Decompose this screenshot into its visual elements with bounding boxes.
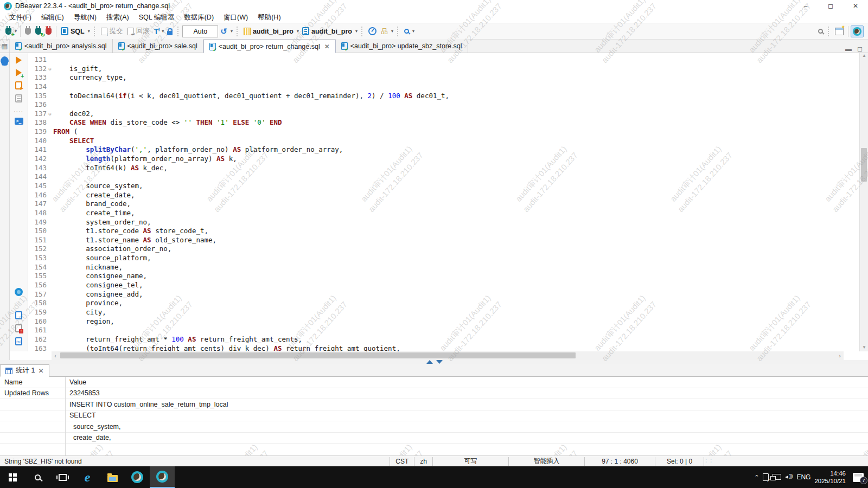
panel-maximize-icon[interactable]: ◻ — [857, 45, 863, 53]
execute-script-button[interactable] — [15, 81, 22, 89]
stats-row-2[interactable]: SELECT — [0, 410, 868, 422]
status-segment-3[interactable]: 智能插入 — [508, 457, 584, 466]
taskbar-search-button[interactable] — [25, 466, 50, 488]
settings-gear-icon[interactable] — [15, 288, 23, 296]
commit-button[interactable]: 提交 — [99, 25, 125, 38]
new-connection-button[interactable] — [3, 25, 14, 38]
stats-col-header-1[interactable]: Value — [65, 378, 868, 386]
quick-search-button[interactable] — [816, 25, 825, 38]
notification-center-icon[interactable]: 7 — [853, 473, 864, 482]
scroll-down-arrow[interactable]: ▼ — [860, 345, 868, 351]
code-line-145[interactable]: 145 source_system, — [28, 182, 859, 191]
menu-item-2[interactable]: 导航(N) — [69, 12, 101, 23]
code-line-144[interactable]: 144 — [28, 172, 859, 182]
connect-button[interactable] — [23, 25, 33, 38]
code-line-143[interactable]: 143 toInt64(k) AS k_dec, — [28, 164, 859, 173]
stats-col-header-0[interactable]: Name — [0, 378, 65, 386]
language-indicator[interactable]: ENG — [796, 473, 810, 481]
dbeaver-taskbar-button[interactable] — [125, 466, 150, 488]
maximize-button[interactable]: ◻ — [818, 0, 843, 12]
panel-splitter[interactable] — [0, 360, 868, 364]
menu-item-4[interactable]: SQL 编辑器 — [134, 12, 180, 23]
lock-button[interactable] — [165, 25, 175, 38]
status-segment-0[interactable]: CST — [390, 457, 414, 466]
code-line-139[interactable]: 139FROM ( — [28, 127, 859, 137]
code-line-160[interactable]: 160 region, — [28, 317, 859, 326]
code-line-134[interactable]: 134 — [28, 82, 859, 92]
code-line-155[interactable]: 155 consignee_name, — [28, 272, 859, 281]
code-line-132[interactable]: 132⊖ is_gift, — [28, 65, 859, 74]
code-line-159[interactable]: 159 city, — [28, 308, 859, 317]
start-button[interactable] — [0, 466, 25, 488]
code-line-162[interactable]: 162 return_freight_amt * 100 AS return_f… — [28, 335, 859, 344]
menu-item-6[interactable]: 窗口(W) — [219, 12, 253, 23]
menu-item-0[interactable]: 文件(F) — [4, 12, 36, 23]
code-line-136[interactable]: 136 — [28, 100, 859, 110]
menu-item-7[interactable]: 帮助(H) — [253, 12, 285, 23]
stats-row-1[interactable]: INSERT INTO custom_online_sale_return_tm… — [0, 399, 868, 410]
tab-close-icon[interactable]: ✕ — [323, 43, 330, 50]
code-line-150[interactable]: 150 t1.store_code AS store_code_t, — [28, 227, 859, 236]
status-segment-2[interactable]: 可写 — [432, 457, 508, 466]
editor-tab-1[interactable]: <audit_bi_pro> sale.sql — [113, 39, 203, 53]
code-line-131[interactable]: 131 — [28, 55, 859, 65]
stats-row-0[interactable]: Updated Rows23245853 — [0, 388, 868, 400]
schema-selector-dropdown[interactable]: ▾ — [354, 29, 359, 34]
er-diagram-button[interactable]: 品 — [379, 25, 390, 38]
scroll-right-arrow[interactable]: › — [836, 352, 844, 359]
scroll-up-arrow[interactable]: ▲ — [860, 53, 868, 60]
code-line-156[interactable]: 156 consignee_tel, — [28, 281, 859, 290]
editor-tab-0[interactable]: <audit_bi_pro> analysis.sql — [10, 39, 113, 53]
code-line-140[interactable]: 140 SELECT — [28, 137, 859, 146]
code-line-147[interactable]: 147 brand_code, — [28, 200, 859, 209]
dashboard-button[interactable] — [366, 25, 379, 38]
fold-collapse-icon[interactable]: ⊖ — [47, 110, 53, 119]
splitter-down-icon[interactable] — [436, 360, 443, 364]
stats-row-3[interactable]: source_system, — [0, 421, 868, 433]
menu-item-5[interactable]: 数据库(D) — [179, 12, 219, 23]
code-line-154[interactable]: 154 nickname, — [28, 263, 859, 272]
code-line-157[interactable]: 157 consignee_add, — [28, 290, 859, 299]
code-line-138[interactable]: 138 CASE WHEN dis_store_code <> '' THEN … — [28, 118, 859, 127]
code-line-153[interactable]: 153 source_platform, — [28, 254, 859, 263]
status-segment-1[interactable]: zh — [414, 457, 432, 466]
tab-statistics[interactable]: 统计 1 ✕ — [0, 364, 49, 377]
speaker-icon[interactable] — [785, 474, 793, 480]
history-dropdown[interactable]: ▾ — [229, 29, 234, 34]
code-line-158[interactable]: 158 province, — [28, 299, 859, 308]
status-segment-4[interactable]: 97 : 1 : 4060 — [584, 457, 655, 466]
history-button[interactable]: ↺ — [218, 25, 229, 38]
dbeaver-taskbar-button-active[interactable] — [150, 466, 175, 488]
code-line-146[interactable]: 146 create_date, — [28, 191, 859, 200]
splitter-up-icon[interactable] — [426, 360, 433, 364]
transaction-dropdown[interactable]: ▾ — [161, 29, 165, 34]
code-line-135[interactable]: 135 toDecimal64(if(i < k, dec01_quotient… — [28, 92, 859, 101]
open-perspective-button[interactable] — [833, 25, 846, 38]
stats-row-4[interactable]: create_date, — [0, 433, 868, 444]
execute-statement-button[interactable] — [16, 56, 22, 64]
sql-editor-button[interactable]: SQL — [59, 25, 87, 38]
code-viewport[interactable]: 131132⊖ is_gift,133 currency_type,134135… — [28, 53, 859, 351]
code-line-163[interactable]: 163 (toInt64(return_freight_amt_cents) d… — [28, 344, 859, 352]
usb-device-icon[interactable] — [763, 473, 769, 481]
explain-plan-button[interactable] — [15, 94, 22, 102]
er-diagram-dropdown[interactable]: ▾ — [390, 29, 394, 34]
close-button[interactable]: ✕ — [843, 0, 868, 12]
reconnect-button[interactable] — [33, 25, 43, 38]
tray-expand-icon[interactable]: ⌃ — [754, 474, 759, 481]
rollback-button[interactable]: 回滚 — [125, 25, 152, 38]
tab-overflow-icon[interactable]: ▦ — [0, 39, 10, 53]
code-line-152[interactable]: 152 association_order_no, — [28, 245, 859, 254]
connection-selector-dropdown[interactable]: ▾ — [296, 29, 300, 34]
auto-commit-select[interactable]: Auto — [182, 25, 218, 37]
fold-collapse-icon[interactable]: ⊖ — [47, 65, 53, 74]
code-line-149[interactable]: 149 system_order_no, — [28, 218, 859, 227]
menu-item-1[interactable]: 编辑(E) — [36, 12, 69, 23]
code-line-142[interactable]: 142 length(platform_order_no_array) AS k… — [28, 155, 859, 164]
export-result-button[interactable] — [15, 311, 22, 319]
database-navigator-icon[interactable] — [1, 56, 9, 63]
connection-selector[interactable]: audit_bi_pro — [241, 25, 296, 38]
sql-editor-dropdown[interactable]: ▾ — [87, 29, 91, 34]
scroll-left-arrow[interactable]: ‹ — [52, 352, 59, 359]
search-dropdown[interactable]: ▾ — [411, 29, 416, 34]
